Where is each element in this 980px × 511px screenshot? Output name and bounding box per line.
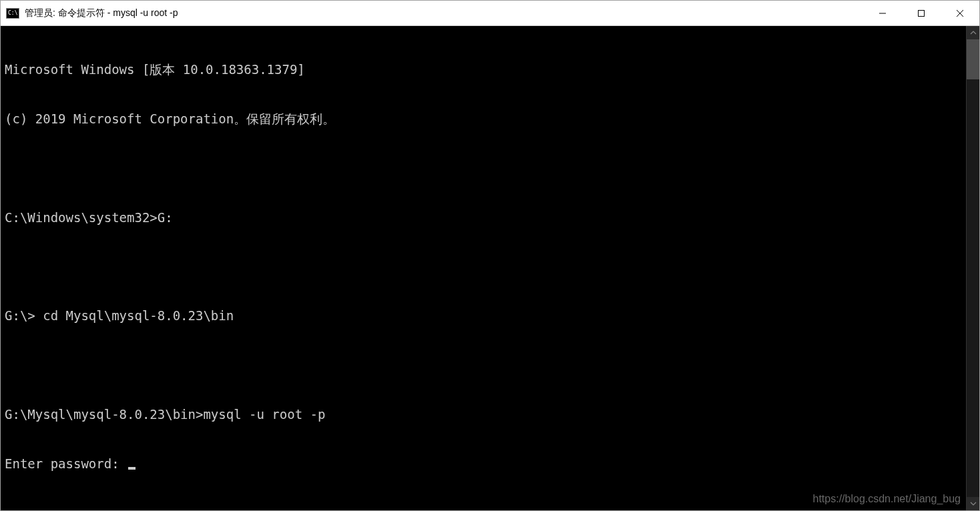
terminal-cursor: [128, 467, 136, 470]
window-controls: [863, 1, 979, 25]
chevron-down-icon: [970, 500, 977, 507]
maximize-icon: [917, 9, 925, 17]
window-frame: C:\ 管理员: 命令提示符 - mysql -u root -p Micros…: [0, 0, 980, 511]
minimize-icon: [879, 9, 887, 17]
terminal-area: Microsoft Windows [版本 10.0.18363.1379] (…: [1, 26, 979, 510]
scrollbar-down-button[interactable]: [967, 497, 979, 510]
scrollbar-thumb[interactable]: [967, 39, 979, 79]
terminal-line: Microsoft Windows [版本 10.0.18363.1379]: [5, 61, 962, 78]
terminal-line-with-cursor: Enter password:: [5, 456, 962, 472]
terminal-line: C:\Windows\system32>G:: [5, 209, 962, 226]
scrollbar-track[interactable]: [967, 39, 979, 497]
terminal-line: G:\> cd Mysql\mysql-8.0.23\bin: [5, 308, 962, 324]
app-icon-text: C:\: [8, 11, 17, 16]
window-title: 管理员: 命令提示符 - mysql -u root -p: [25, 7, 863, 19]
scrollbar-up-button[interactable]: [967, 26, 979, 39]
maximize-button[interactable]: [902, 1, 941, 25]
minimize-button[interactable]: [863, 1, 902, 25]
svg-rect-1: [919, 10, 925, 16]
close-button[interactable]: [941, 1, 979, 25]
close-icon: [956, 9, 964, 17]
chevron-up-icon: [970, 29, 977, 36]
terminal-line: [5, 161, 962, 177]
titlebar[interactable]: C:\ 管理员: 命令提示符 - mysql -u root -p: [1, 1, 979, 26]
terminal-line: [5, 259, 962, 275]
vertical-scrollbar[interactable]: [966, 26, 979, 510]
terminal-line: (c) 2019 Microsoft Corporation。保留所有权利。: [5, 111, 962, 127]
terminal-line: G:\Mysql\mysql-8.0.23\bin>mysql -u root …: [5, 406, 962, 423]
terminal-content[interactable]: Microsoft Windows [版本 10.0.18363.1379] (…: [1, 26, 966, 510]
app-icon: C:\: [6, 8, 19, 19]
terminal-line: [5, 357, 962, 373]
prompt-text: Enter password:: [5, 456, 119, 471]
